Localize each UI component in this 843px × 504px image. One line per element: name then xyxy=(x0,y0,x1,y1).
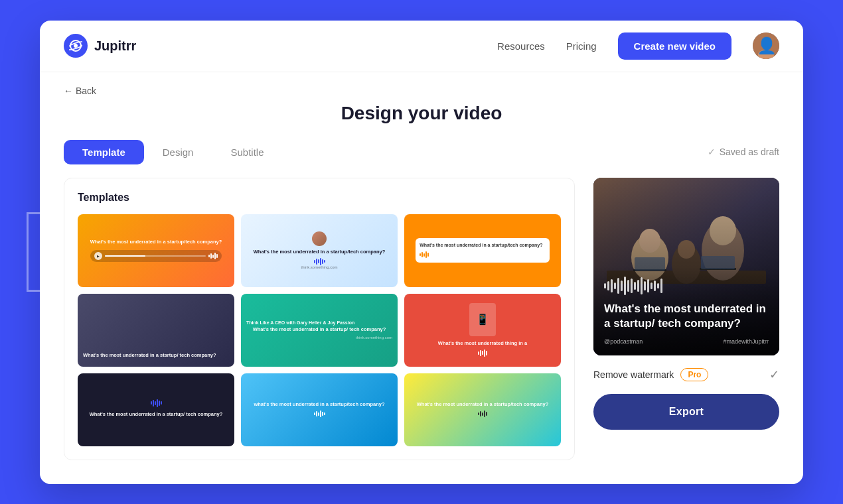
tmpl-2-waveform xyxy=(314,257,325,265)
wave-bar xyxy=(427,253,429,257)
wave-bar xyxy=(484,410,485,417)
tmpl-card-6-content: 📱 What's the most underrated thing in a xyxy=(404,294,561,367)
pw-bar xyxy=(617,278,619,294)
wave-bar xyxy=(153,400,154,407)
tmpl-1-play-icon: ▶ xyxy=(94,252,102,260)
tmpl-6-waveform xyxy=(478,349,487,357)
logo-icon xyxy=(64,34,88,58)
template-card-7[interactable]: What's the most underrated in a startup/… xyxy=(78,373,234,446)
wave-bar xyxy=(484,349,485,357)
resources-link[interactable]: Resources xyxy=(497,40,545,52)
wave-bar xyxy=(214,253,216,259)
pw-bar xyxy=(611,279,613,292)
pw-bar xyxy=(647,279,649,292)
tmpl-card-2-content: What's the most underrated in a startup/… xyxy=(241,214,398,287)
pw-bar xyxy=(634,282,636,290)
wave-bar xyxy=(480,350,481,356)
wave-bar xyxy=(320,258,321,265)
tmpl-8-waveform xyxy=(314,410,325,418)
tab-design[interactable]: Design xyxy=(144,140,212,164)
pro-badge[interactable]: Pro xyxy=(680,368,708,381)
wave-bar xyxy=(212,255,214,258)
tmpl-card-7-content: What's the most underrated in a startup/… xyxy=(78,373,234,446)
preview-bg: What's the most underrated in a startup/… xyxy=(593,178,779,355)
tmpl-5-label: think.something.com xyxy=(246,336,392,340)
templates-panel-title: Templates xyxy=(78,192,561,204)
template-card-5[interactable]: Think Like A CEO with Gary Heller & Joy … xyxy=(241,294,398,367)
tmpl-card-8-content: what's the most underrated in a startup/… xyxy=(241,373,398,446)
preview-waveform xyxy=(604,277,769,295)
wave-bar xyxy=(151,401,152,405)
preview-title: What's the most underrated in a startup/… xyxy=(604,302,769,331)
logo-text: Jupitrr xyxy=(94,38,136,54)
wave-bar xyxy=(322,412,323,416)
tmpl-9-question: What's the most underrated in a startup/… xyxy=(417,401,548,408)
video-preview: What's the most underrated in a startup/… xyxy=(593,178,779,355)
wave-bar xyxy=(480,411,481,416)
tmpl-2-avatar xyxy=(312,231,327,246)
page-title: Design your video xyxy=(64,103,779,124)
tabs-row: Template Design Subtitle ✓ Saved as draf… xyxy=(64,140,779,164)
svg-point-7 xyxy=(767,41,769,43)
avatar-face xyxy=(753,32,779,59)
template-card-8[interactable]: what's the most underrated in a startup/… xyxy=(241,373,398,446)
wave-bar xyxy=(159,401,160,406)
export-button[interactable]: Export xyxy=(593,394,779,430)
pricing-link[interactable]: Pricing xyxy=(566,40,597,52)
tmpl-8-question: what's the most underrated in a startup/… xyxy=(254,401,384,408)
wave-bar xyxy=(482,351,483,355)
preview-handle: @podcastman xyxy=(604,338,643,345)
pw-bar xyxy=(641,277,643,294)
tmpl-1-progress xyxy=(105,255,206,257)
nav-links: Resources Pricing Create new video xyxy=(497,32,779,60)
two-col: Templates What's the most underrated in … xyxy=(64,178,779,460)
pw-bar xyxy=(654,281,656,291)
wave-bar xyxy=(210,253,212,259)
tmpl-5-question: What's the most underrated in a startup/… xyxy=(253,326,386,333)
watermark-check-icon: ✓ xyxy=(769,367,779,382)
wave-bar xyxy=(423,253,425,257)
wave-bar xyxy=(316,259,317,265)
template-card-4[interactable]: What's the most underrated in a startup/… xyxy=(78,294,234,367)
tmpl-3-waveform xyxy=(420,251,546,259)
pw-bar xyxy=(660,279,662,293)
back-link[interactable]: ← Back xyxy=(64,86,96,96)
tab-template[interactable]: Template xyxy=(64,140,144,164)
tmpl-1-question: What's the most underrated in a startup/… xyxy=(90,239,222,245)
pw-bar xyxy=(607,281,609,290)
tab-subtitle[interactable]: Subtitle xyxy=(212,140,282,164)
pw-bar xyxy=(604,283,606,288)
pw-bar xyxy=(637,280,639,292)
pw-bar xyxy=(614,283,616,289)
wave-bar xyxy=(324,260,325,263)
tmpl-card-5-content: Think Like A CEO with Gary Heller & Joy … xyxy=(241,294,398,367)
logo-area: Jupitrr xyxy=(64,34,136,58)
template-grid: What's the most underrated in a startup/… xyxy=(78,214,561,446)
tmpl-4-question: What's the most underrated in a startup/… xyxy=(83,352,216,359)
watermark-row: Remove watermark Pro ✓ xyxy=(593,365,779,385)
create-video-button[interactable]: Create new video xyxy=(618,32,731,60)
template-card-2[interactable]: What's the most underrated in a startup/… xyxy=(241,214,398,287)
wave-bar xyxy=(320,410,321,417)
template-card-6[interactable]: 📱 What's the most underrated thing in a xyxy=(404,294,561,367)
preview-overlay: What's the most underrated in a startup/… xyxy=(593,178,779,355)
wave-bar xyxy=(486,412,487,416)
template-card-1[interactable]: What's the most underrated in a startup/… xyxy=(78,214,234,287)
template-panel: Templates What's the most underrated in … xyxy=(64,178,575,460)
tmpl-7-waveform xyxy=(151,399,162,407)
saved-draft: ✓ Saved as draft xyxy=(708,147,779,157)
main-card: Jupitrr Resources Pricing Create new vid… xyxy=(40,21,803,484)
svg-point-5 xyxy=(758,50,774,59)
avatar[interactable] xyxy=(753,32,779,59)
tmpl-card-4-content: What's the most underrated in a startup/… xyxy=(78,294,234,367)
wave-bar xyxy=(161,401,162,405)
template-card-9[interactable]: What's the most underrated in a startup/… xyxy=(404,373,561,446)
wave-bar xyxy=(322,259,323,264)
wave-bar xyxy=(422,252,423,257)
tmpl-card-3-content: What's the most underrated in a startup/… xyxy=(404,214,561,287)
tmpl-card-9-content: What's the most underrated in a startup/… xyxy=(404,373,561,446)
tmpl-1-waveform xyxy=(208,252,218,260)
template-card-3[interactable]: What's the most underrated in a startup/… xyxy=(404,214,561,287)
preview-made-with: #madewithJupitrr xyxy=(723,338,769,345)
tmpl-2-label: think.something.com xyxy=(301,265,337,269)
